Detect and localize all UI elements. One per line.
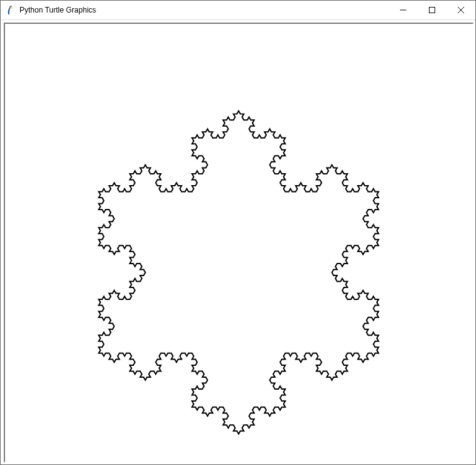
window-title: Python Turtle Graphics [19,6,96,14]
svg-rect-0 [430,7,435,13]
close-button[interactable] [446,1,475,19]
turtle-canvas [5,24,473,462]
canvas-frame [4,23,473,462]
maximize-button[interactable] [418,1,446,19]
minimize-button[interactable] [389,1,418,19]
maximize-icon [429,7,435,13]
app-window: Python Turtle Graphics [0,0,476,465]
close-icon [458,7,464,13]
window-controls [389,1,475,19]
minimize-icon [400,7,406,13]
python-feather-icon [6,5,16,15]
titlebar[interactable]: Python Turtle Graphics [1,1,475,20]
koch-snowflake-path [99,111,379,434]
